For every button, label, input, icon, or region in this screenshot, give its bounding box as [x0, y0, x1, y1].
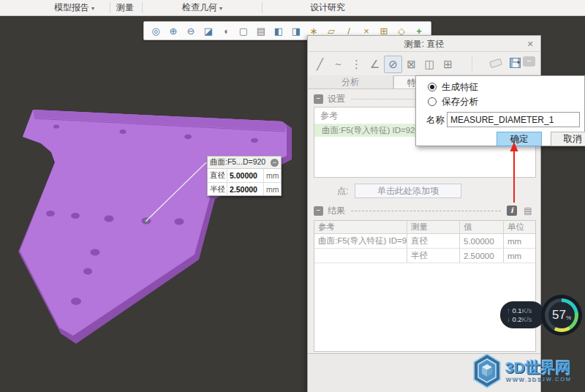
close-icon[interactable]: ✕ — [524, 38, 536, 50]
ribbon-separator — [142, 2, 143, 13]
cell-reference — [314, 249, 407, 263]
download-value: 0.2 — [512, 315, 521, 323]
chevron-down-icon[interactable]: ▾ — [517, 59, 520, 66]
net-speed-widget: ↑ 0.1K/s ↓ 0.2K/s — [500, 301, 545, 328]
cell-measure: 直径 — [407, 234, 460, 248]
upload-value: 0.1 — [512, 306, 521, 314]
radio-selected-icon[interactable] — [428, 83, 437, 91]
gauge-percent-value: 57 — [552, 308, 566, 323]
cell-unit: mm — [504, 249, 535, 263]
collapse-section-icon[interactable]: − — [314, 206, 323, 216]
saved-view-icon[interactable]: ◧ — [271, 23, 287, 38]
menu-measure-label: 测量 — [116, 2, 134, 12]
measure-extremes-icon[interactable]: ⊠ — [402, 56, 420, 73]
zoom-region-icon[interactable]: ◎ — [148, 23, 164, 38]
ribbon-menu: 模型报告▾ 测量 检查几何▾ 设计研究 — [0, 0, 585, 16]
info-icon[interactable]: i — [507, 206, 517, 216]
measure-curve-icon[interactable]: ~ — [329, 56, 347, 73]
feature-name-input[interactable] — [447, 112, 580, 127]
display-style-icon[interactable]: ▢ — [235, 23, 252, 38]
cell-value: 2.50000 — [460, 249, 504, 263]
col-measure: 测量 — [407, 221, 460, 233]
table-row[interactable]: 曲面:F5(导入特征) ID=920 直径 5.00000 mm — [314, 234, 535, 249]
hexagon-cube-icon — [472, 353, 502, 389]
ok-button[interactable]: 确定 — [497, 132, 542, 146]
menu-check-geometry[interactable]: 检查几何▾ — [178, 0, 227, 15]
app-window: 模型报告▾ 测量 检查几何▾ 设计研究 — [0, 0, 585, 392]
upload-unit: K/s — [522, 306, 532, 314]
tooltip-radius-value: 2.50000 — [227, 183, 263, 195]
cancel-button[interactable]: 取消 — [551, 132, 585, 146]
menu-model-report[interactable]: 模型报告▾ — [50, 0, 99, 15]
repaint-icon[interactable]: ◪ — [200, 23, 216, 38]
zoom-in-icon[interactable]: ⊕ — [165, 23, 181, 38]
report-icon[interactable]: ▤ — [523, 206, 533, 216]
tooltip-title: 曲面:F5...D=920 — [210, 157, 265, 167]
section-divider — [351, 211, 501, 211]
view-normal-icon[interactable]: ◨ — [288, 23, 304, 38]
cell-reference: 曲面:F5(导入特征) ID=920 — [314, 234, 407, 248]
col-unit: 单位 — [504, 221, 535, 233]
cell-unit: mm — [504, 234, 535, 248]
save-analysis-label: 保存分析 — [442, 96, 478, 108]
menu-design-study[interactable]: 设计研究 — [306, 0, 350, 15]
download-speed: ↓ 0.2K/s — [507, 315, 545, 323]
measure-type-toolbar: ╱~⋮∠⊘⊠◫⊞ — [308, 53, 540, 75]
upload-arrow-icon: ↑ — [507, 306, 510, 314]
measure-length-icon[interactable]: ╱ — [311, 56, 329, 73]
menu-measure[interactable]: 测量 — [112, 0, 138, 15]
upload-speed: ↑ 0.1K/s — [507, 306, 545, 314]
measure-volume-icon[interactable]: ◫ — [420, 56, 439, 73]
ribbon-separator — [110, 2, 110, 13]
watermark-logo: 3D世界网 WWW.3DSJW.COM — [472, 353, 572, 389]
ribbon-separator — [262, 2, 263, 13]
tooltip-diameter-value: 5.00000 — [227, 169, 263, 182]
add-point-button[interactable]: 单击此处添加项 — [355, 184, 461, 198]
capture-icon[interactable]: ▤ — [253, 23, 269, 38]
shade-icon[interactable]: ◖ — [218, 23, 234, 38]
measure-transform-icon[interactable]: ⊞ — [439, 56, 457, 73]
results-label: 结果 — [328, 205, 345, 217]
tab-analysis[interactable]: 分析 — [308, 75, 393, 88]
name-label: 名称 — [426, 113, 445, 128]
tooltip-row: 半径 2.50000 mm — [208, 182, 281, 195]
tooltip-radius-unit: mm — [263, 183, 282, 195]
save-feature-popup: 生成特征 保存分析 名称 确定 取消 — [415, 75, 585, 146]
tooltip-diameter-label: 直径 — [208, 169, 227, 182]
generate-feature-option[interactable]: 生成特征 — [428, 82, 478, 92]
download-arrow-icon: ↓ — [507, 315, 510, 323]
measurement-tooltip: 曲面:F5...D=920 − 直径 5.00000 mm 半径 2.50000… — [207, 156, 282, 196]
tooltip-collapse-icon[interactable]: − — [271, 159, 279, 167]
table-row[interactable]: 半径 2.50000 mm — [314, 249, 535, 263]
results-section-header: − 结果 i ▤ — [314, 205, 533, 216]
point-row: 点: 单击此处添加项 — [308, 184, 540, 198]
menu-design-study-label: 设计研究 — [310, 2, 345, 12]
results-table-header: 参考 测量 值 单位 — [314, 221, 535, 234]
panel-collapse-button[interactable]: − — [523, 56, 535, 67]
zoom-out-icon[interactable]: ⊖ — [183, 23, 199, 38]
menu-check-geometry-label: 检查几何 — [182, 2, 217, 12]
point-label: 点: — [337, 185, 348, 197]
generate-feature-label: 生成特征 — [442, 81, 478, 94]
menu-model-report-label: 模型报告 — [54, 2, 89, 12]
model-front-face[interactable] — [20, 110, 287, 336]
gauge-percent-sign: % — [566, 314, 571, 321]
download-unit: K/s — [522, 315, 532, 323]
tooltip-radius-label: 半径 — [208, 183, 227, 195]
col-reference: 参考 — [314, 221, 407, 233]
save-analysis-option[interactable]: 保存分析 — [428, 97, 478, 107]
percentage-gauge: 57 % — [541, 295, 582, 336]
dialog-title: 测量: 直径 — [308, 36, 540, 52]
cell-measure: 半径 — [407, 249, 460, 263]
toolbar-separator — [472, 56, 472, 71]
radio-unselected-icon[interactable] — [428, 97, 437, 106]
watermark-title: 3D世界网 — [505, 360, 572, 376]
measure-distance-icon[interactable]: ⋮ — [347, 56, 366, 73]
results-table: 参考 测量 值 单位 曲面:F5(导入特征) ID=920 直径 5.00000… — [314, 220, 536, 352]
measure-diameter-icon[interactable]: ⊘ — [384, 56, 402, 73]
collapse-section-icon[interactable]: − — [314, 94, 323, 104]
cell-value: 5.00000 — [460, 234, 504, 248]
tooltip-diameter-unit: mm — [263, 169, 282, 182]
watermark-url: WWW.3DSJW.COM — [505, 376, 572, 382]
measure-angle-icon[interactable]: ∠ — [366, 56, 384, 73]
